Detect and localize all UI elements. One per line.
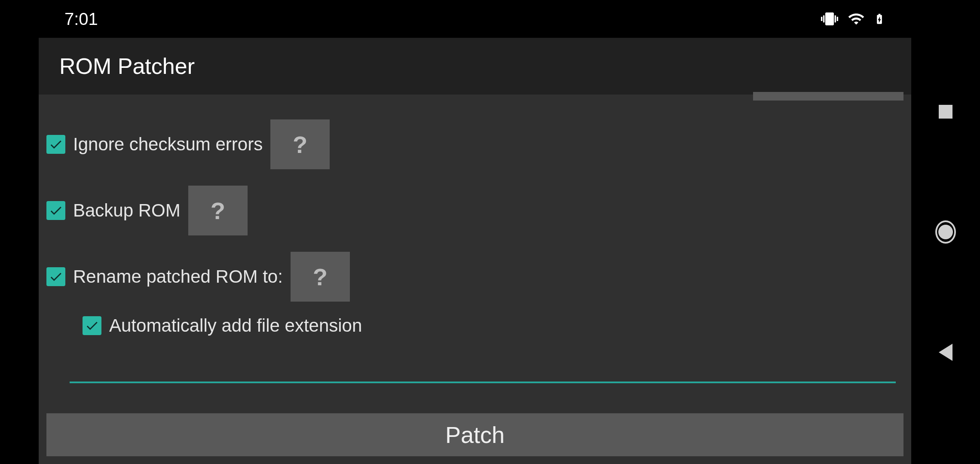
help-ignore-checksum[interactable]: ? <box>270 119 330 169</box>
vibrate-icon <box>820 10 839 27</box>
help-backup-rom[interactable]: ? <box>188 186 248 235</box>
square-icon <box>939 105 952 119</box>
label-backup-rom: Backup ROM <box>73 200 181 221</box>
status-icons <box>820 9 885 28</box>
checkbox-ignore-checksum[interactable] <box>46 135 65 154</box>
label-rename-patched: Rename patched ROM to: <box>73 266 283 287</box>
option-ignore-checksum: Ignore checksum errors ? <box>46 119 903 169</box>
partial-button-above[interactable] <box>753 92 903 101</box>
option-backup-rom: Backup ROM ? <box>46 186 903 235</box>
label-auto-extension: Automatically add file extension <box>109 315 362 336</box>
filename-input[interactable] <box>70 346 896 383</box>
help-rename-patched[interactable]: ? <box>291 252 350 302</box>
status-time: 7:01 <box>64 9 98 29</box>
option-auto-extension: Automatically add file extension <box>46 315 903 336</box>
nav-home-button[interactable] <box>935 222 956 242</box>
question-mark-icon: ? <box>313 263 328 291</box>
checkbox-rename-patched[interactable] <box>46 267 65 286</box>
nav-overview-button[interactable] <box>935 101 956 122</box>
battery-charging-icon <box>873 9 885 28</box>
status-bar: 7:01 <box>39 0 911 38</box>
patch-button[interactable]: Patch <box>46 413 903 456</box>
wifi-icon <box>847 10 866 27</box>
option-rename-patched: Rename patched ROM to: ? <box>46 252 903 302</box>
circle-icon <box>935 220 956 244</box>
triangle-back-icon <box>939 344 952 361</box>
patch-button-label: Patch <box>445 421 505 448</box>
android-nav-bar <box>911 0 980 464</box>
app-title: ROM Patcher <box>39 38 911 95</box>
nav-back-button[interactable] <box>935 342 956 363</box>
label-ignore-checksum: Ignore checksum errors <box>73 134 263 155</box>
app-title-text: ROM Patcher <box>59 53 195 79</box>
checkbox-auto-extension[interactable] <box>83 316 101 335</box>
checkbox-backup-rom[interactable] <box>46 201 65 220</box>
question-mark-icon: ? <box>211 197 225 225</box>
question-mark-icon: ? <box>293 131 307 159</box>
